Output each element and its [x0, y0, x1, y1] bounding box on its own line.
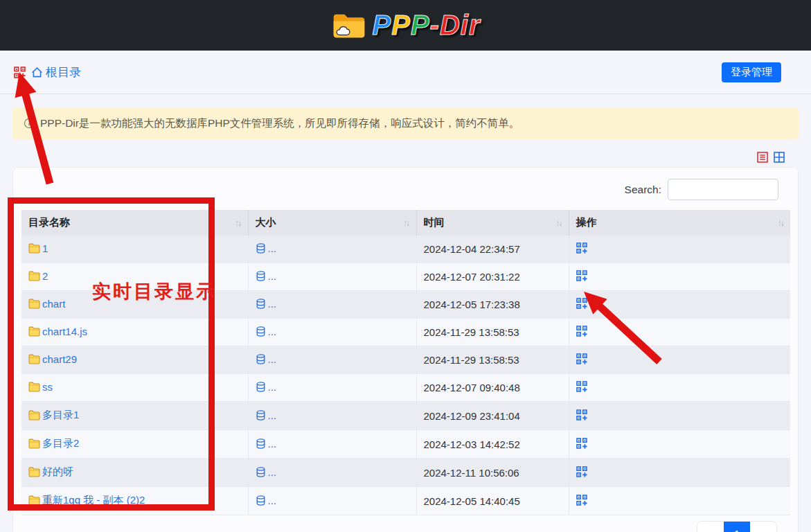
database-icon	[256, 410, 266, 420]
size-link[interactable]: ...	[256, 438, 277, 450]
size-link[interactable]: ...	[256, 298, 277, 310]
folder-link[interactable]: chart14.js	[28, 326, 87, 337]
folder-link[interactable]: 多目录2	[28, 437, 79, 450]
size-label: ...	[268, 298, 277, 310]
folder-link[interactable]: chart	[28, 298, 65, 310]
folder-name: chart29	[42, 353, 77, 365]
folder-link[interactable]: 2	[28, 270, 48, 282]
table-row: 好的呀 ... 2024-12-11 10:56:06	[21, 459, 790, 487]
breadcrumb-root-link[interactable]: 根目录	[31, 64, 81, 80]
folder-icon	[28, 271, 40, 281]
folder-name: 多目录1	[42, 409, 79, 422]
folder-icon	[28, 467, 40, 477]
folder-link[interactable]: ss	[28, 381, 53, 393]
folder-name: 2	[42, 270, 48, 282]
database-icon	[256, 467, 266, 477]
qrcode-icon[interactable]	[576, 438, 587, 449]
qrcode-icon[interactable]	[576, 353, 587, 364]
folder-icon	[28, 299, 40, 309]
size-label: ...	[268, 381, 277, 393]
directory-table-card: Search: 目录名称 ↑↓ 大小 ↑↓ 时间 ↑↓ 操作	[12, 167, 799, 532]
folder-icon	[28, 410, 40, 420]
folder-icon	[28, 382, 40, 392]
folder-link[interactable]: 重新1qq 我 - 副本 (2)2	[28, 494, 145, 507]
page-1-button[interactable]: 1	[724, 522, 750, 532]
app-header: PPP-Dir	[0, 0, 811, 51]
logo-letter: P	[373, 10, 392, 40]
size-link[interactable]: ...	[256, 409, 277, 421]
database-icon	[256, 271, 266, 281]
database-icon	[256, 382, 266, 392]
logo-dash: -	[430, 10, 440, 40]
size-link[interactable]: ...	[256, 242, 277, 254]
info-icon	[24, 118, 35, 129]
size-link[interactable]: ...	[256, 466, 277, 478]
folder-name: 好的呀	[42, 466, 73, 479]
table-footer: Total: 10 / 1 - 10 ← 1 →	[21, 515, 790, 532]
table-body: 1 ... 2024-12-04 22:34:57 2 ... 2	[21, 236, 790, 515]
next-page-button[interactable]: →	[750, 522, 776, 532]
modified-time: 2024-11-29 13:58:53	[416, 346, 569, 374]
folder-icon	[28, 354, 40, 364]
modified-time: 2024-11-29 13:58:53	[416, 319, 569, 346]
column-label: 操作	[576, 216, 597, 228]
database-icon	[256, 299, 266, 309]
search-input[interactable]	[668, 179, 778, 200]
modified-time: 2024-12-11 10:56:06	[416, 459, 569, 487]
qrcode-icon[interactable]	[14, 66, 26, 78]
breadcrumb-bar: 根目录 登录管理	[0, 51, 811, 94]
info-banner-text: PPP-Dir是一款功能强大的无数据库PHP文件管理系统，所见即所得存储，响应式…	[40, 116, 519, 131]
breadcrumb-root-label: 根目录	[46, 64, 81, 80]
qrcode-icon[interactable]	[576, 242, 587, 254]
folder-icon	[28, 495, 40, 506]
modified-time: 2024-12-09 23:41:04	[416, 402, 569, 430]
qrcode-icon[interactable]	[576, 495, 587, 506]
table-row: 2 ... 2024-12-07 20:31:22	[21, 263, 790, 291]
modified-time: 2024-12-04 22:34:57	[416, 236, 569, 263]
folder-link[interactable]: 多目录1	[28, 409, 79, 422]
folder-icon	[28, 243, 40, 254]
size-link[interactable]: ...	[256, 270, 277, 282]
qrcode-icon[interactable]	[576, 409, 587, 420]
size-link[interactable]: ...	[256, 381, 277, 393]
folder-name: chart	[42, 298, 65, 310]
column-label: 大小	[256, 216, 276, 228]
size-label: ...	[268, 326, 277, 337]
pagination: ← 1 →	[697, 521, 777, 532]
logo-letter: P	[411, 10, 430, 40]
table-row: chart14.js ... 2024-11-29 13:58:53	[21, 319, 790, 346]
folder-name: ss	[42, 381, 53, 393]
database-icon	[256, 243, 266, 254]
qrcode-icon[interactable]	[576, 466, 587, 477]
folder-name: 多目录2	[42, 437, 79, 450]
qrcode-icon[interactable]	[576, 326, 587, 337]
size-link[interactable]: ...	[256, 495, 277, 506]
home-icon	[31, 66, 43, 78]
prev-page-button[interactable]: ←	[697, 522, 724, 532]
login-admin-button[interactable]: 登录管理	[722, 62, 781, 82]
folder-link[interactable]: 好的呀	[28, 466, 73, 479]
modified-time: 2024-12-05 14:40:45	[416, 487, 569, 515]
size-link[interactable]: ...	[256, 353, 277, 365]
folder-link[interactable]: 1	[28, 242, 48, 254]
logo-dir: Dir	[440, 10, 481, 40]
table-row: chart29 ... 2024-11-29 13:58:53	[21, 346, 790, 374]
modified-time: 2024-12-05 17:23:38	[416, 291, 569, 319]
folder-link[interactable]: chart29	[28, 353, 77, 365]
grid-view-icon[interactable]	[774, 152, 785, 163]
table-row: 多目录1 ... 2024-12-09 23:41:04	[21, 402, 790, 430]
table-row: 多目录2 ... 2024-12-03 14:42:52	[21, 430, 790, 459]
folder-name: 1	[42, 242, 48, 254]
list-view-icon[interactable]	[757, 152, 768, 163]
size-label: ...	[268, 353, 277, 365]
column-header-time[interactable]: 时间 ↑↓	[416, 210, 569, 236]
size-label: ...	[268, 409, 277, 421]
column-header-operation[interactable]: 操作 ↑↓	[569, 210, 790, 236]
column-label: 时间	[424, 216, 445, 228]
qrcode-icon[interactable]	[576, 381, 587, 392]
qrcode-icon[interactable]	[576, 298, 587, 309]
qrcode-icon[interactable]	[576, 270, 587, 281]
column-header-size[interactable]: 大小 ↑↓	[248, 210, 416, 236]
column-header-name[interactable]: 目录名称 ↑↓	[21, 210, 248, 236]
size-link[interactable]: ...	[256, 326, 277, 337]
